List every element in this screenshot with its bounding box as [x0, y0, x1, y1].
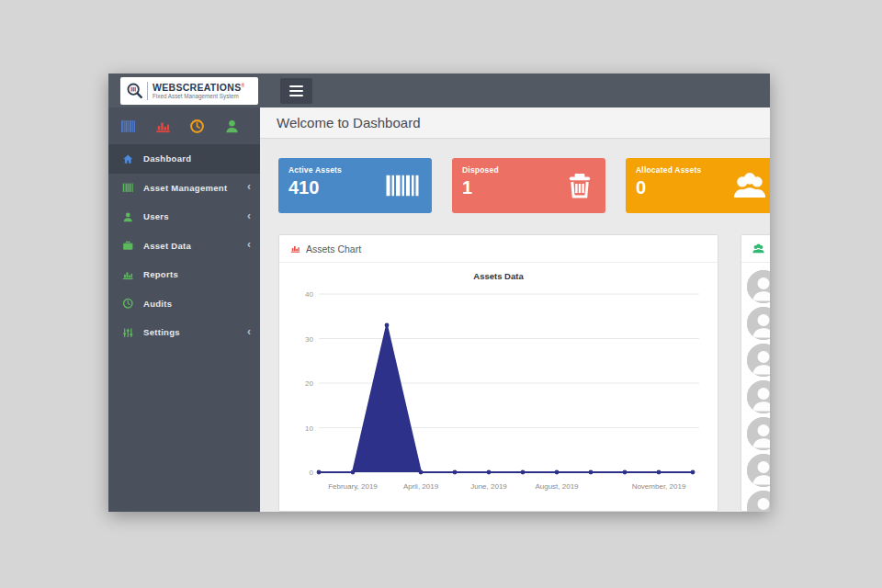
user-avatar[interactable] — [747, 380, 770, 413]
svg-text:February, 2019: February, 2019 — [328, 482, 378, 491]
barcode-icon — [121, 182, 135, 194]
user-avatar[interactable] — [747, 307, 770, 340]
brand-logo[interactable]: WEBSCREATIONS® Fixed Asset Management Sy… — [120, 77, 258, 105]
page-title-bar: Welcome to Dashboard — [260, 107, 770, 139]
avatar-list — [741, 263, 770, 512]
sidebar-item-settings[interactable]: Settings‹ — [108, 318, 260, 347]
assets-chart-panel-title: Assets Chart — [306, 243, 361, 254]
trash-icon — [565, 170, 594, 201]
quick-bar-chart-icon[interactable] — [155, 119, 171, 134]
user-avatar[interactable] — [747, 491, 770, 512]
chevron-left-icon: ‹ — [247, 209, 251, 222]
user-avatar[interactable] — [747, 270, 770, 303]
clock-icon — [121, 298, 135, 310]
briefcase-icon — [121, 240, 135, 252]
content-area: Active Assets410Disposed1Allocated Asset… — [260, 139, 770, 512]
sliders-icon — [121, 327, 135, 339]
user-avatar[interactable] — [747, 417, 770, 450]
sidebar-item-label: Asset Management — [143, 183, 227, 193]
chevron-left-icon: ‹ — [247, 180, 251, 193]
barcode-large-icon — [384, 172, 421, 199]
user-avatar[interactable] — [747, 454, 770, 487]
sidebar: DashboardAsset Management‹Users‹Asset Da… — [108, 107, 260, 512]
users-group-icon — [752, 243, 764, 254]
svg-text:November, 2019: November, 2019 — [632, 482, 686, 491]
stat-cards-row: Active Assets410Disposed1Allocated Asset… — [278, 158, 770, 213]
svg-text:20: 20 — [305, 379, 313, 388]
svg-text:April, 2019: April, 2019 — [403, 482, 439, 491]
svg-text:40: 40 — [305, 290, 313, 299]
user-icon — [121, 211, 135, 223]
svg-text:June, 2019: June, 2019 — [470, 482, 507, 491]
stat-card-allocated-assets: Allocated Assets0 — [626, 158, 770, 213]
sidebar-item-asset-data[interactable]: Asset Data‹ — [108, 232, 260, 261]
quick-barcode-icon[interactable] — [120, 119, 136, 134]
sidebar-nav: DashboardAsset Management‹Users‹Asset Da… — [108, 144, 260, 347]
chevron-left-icon: ‹ — [247, 238, 251, 251]
sidebar-item-users[interactable]: Users‹ — [108, 202, 260, 232]
svg-text:August, 2019: August, 2019 — [535, 482, 579, 491]
logo-divider — [147, 82, 148, 100]
stat-card-disposed: Disposed1 — [452, 158, 605, 213]
sidebar-item-label: Reports — [143, 269, 178, 279]
user-avatar[interactable] — [747, 344, 770, 377]
app-window: WEBSCREATIONS® Fixed Asset Management Sy… — [108, 74, 770, 512]
sidebar-item-label: Audits — [143, 299, 172, 309]
sidebar-item-label: Dashboard — [143, 153, 191, 164]
svg-text:0: 0 — [310, 469, 314, 477]
quick-user-icon[interactable] — [224, 119, 240, 134]
recent-panel-header: R — [741, 235, 770, 263]
sidebar-item-reports[interactable]: Reports — [108, 260, 260, 289]
svg-text:10: 10 — [305, 424, 313, 433]
page-title: Welcome to Dashboard — [277, 115, 420, 130]
recent-panel: R — [741, 234, 770, 512]
chevron-left-icon: ‹ — [247, 325, 251, 338]
assets-area-chart: 010203040February, 2019April, 2019June, … — [279, 281, 718, 502]
desktop-background: WEBSCREATIONS® Fixed Asset Management Sy… — [0, 0, 882, 588]
sidebar-item-asset-management[interactable]: Asset Management‹ — [108, 174, 260, 203]
bar-chart-icon — [290, 243, 300, 254]
chart-title: Assets Data — [279, 271, 718, 281]
assets-chart-panel: Assets Chart Assets Data 010203040Februa… — [278, 234, 718, 512]
assets-chart-panel-header: Assets Chart — [279, 235, 718, 263]
magnifier-logo-icon — [125, 81, 145, 101]
topbar: WEBSCREATIONS® Fixed Asset Management Sy… — [108, 74, 770, 107]
brand-title: WEBSCREATIONS® — [153, 83, 244, 93]
svg-text:30: 30 — [305, 335, 313, 344]
sidebar-item-dashboard[interactable]: Dashboard — [108, 144, 260, 174]
hamburger-icon — [289, 85, 303, 87]
home-icon — [121, 153, 135, 165]
bar-chart-icon — [121, 269, 135, 281]
stat-card-active-assets: Active Assets410 — [278, 158, 432, 213]
registered-mark: ® — [241, 82, 244, 87]
brand-subtitle: Fixed Asset Management System — [153, 94, 244, 99]
users-group-icon — [731, 169, 768, 202]
sidebar-item-label: Settings — [143, 327, 180, 337]
quick-icons-row — [108, 107, 260, 144]
sidebar-item-label: Users — [143, 211, 169, 221]
sidebar-toggle-button[interactable] — [280, 78, 312, 104]
sidebar-item-audits[interactable]: Audits — [108, 289, 260, 319]
quick-clock-icon[interactable] — [189, 119, 205, 134]
sidebar-item-label: Asset Data — [143, 241, 191, 251]
